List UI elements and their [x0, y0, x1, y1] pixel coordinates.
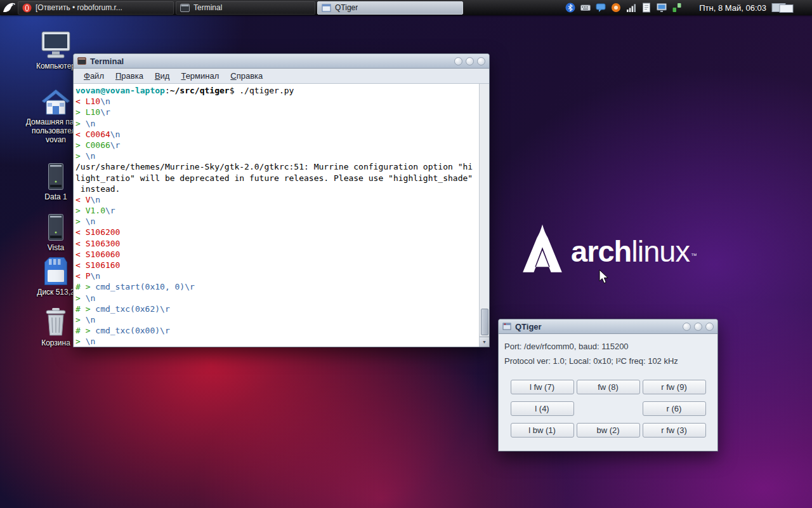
terminal-menubar: ФайлПравкаВидТерминалСправка: [74, 69, 489, 84]
terminal-line: > \n: [75, 216, 479, 227]
opera-icon: [22, 3, 32, 13]
terminal-line: < S106300: [75, 238, 479, 249]
window-controls: [683, 323, 714, 331]
arch-trademark: ™: [691, 253, 697, 259]
maximize-button[interactable]: [694, 323, 702, 331]
qtiger-window-icon: [502, 322, 511, 331]
bird-logo-icon[interactable]: [0, 0, 18, 15]
bluetooth-icon[interactable]: [565, 3, 575, 13]
scroll-down-button[interactable]: ▼: [480, 337, 489, 347]
menubar-item-3[interactable]: Вид: [150, 70, 175, 82]
menubar-item-2[interactable]: Правка: [110, 70, 148, 82]
arch-logo-text: archlinux™: [571, 236, 697, 266]
workspace-switcher-icon[interactable]: [771, 2, 794, 16]
qtiger-titlebar[interactable]: QTiger: [499, 319, 717, 334]
menubar-item-5[interactable]: Справка: [225, 70, 268, 82]
notifier-icon[interactable]: [611, 3, 621, 13]
task-label: QTiger: [335, 3, 358, 12]
terminal-line: # > cmd_txc(0x00)\r: [75, 325, 479, 336]
qtiger-button-bw-2[interactable]: bw (2): [577, 423, 640, 438]
terminal-line: > V1.0\r: [75, 205, 479, 216]
qtiger-button-fw-8[interactable]: fw (8): [577, 380, 640, 394]
terminal-line: # > cmd_start(0x10, 0)\r: [75, 281, 479, 292]
network-icon[interactable]: [672, 3, 682, 13]
terminal-app-icon: [180, 3, 190, 13]
terminal-line: < V\n: [75, 194, 479, 205]
taskbar-button-2[interactable]: Terminal: [176, 1, 315, 15]
terminal-line: > L10\r: [75, 107, 479, 117]
maximize-button[interactable]: [466, 57, 474, 65]
system-tray: [565, 0, 682, 15]
taskbar-button-3[interactable]: QTiger: [317, 1, 463, 15]
qtiger-app-icon: [322, 3, 331, 13]
terminal-line: /usr/share/themes/Murrine-Sky/gtk-2.0/gt…: [75, 161, 479, 172]
keyboard-icon[interactable]: [580, 3, 591, 13]
direction-button-grid: l fw (7)fw (8)r fw (9)l (4)r (6)l bw (1)…: [511, 380, 706, 438]
terminal-line: < S106060: [75, 249, 479, 260]
terminal-line: # > cmd_txc(0x62)\r: [75, 304, 479, 314]
qtiger-button-l-fw-7[interactable]: l fw (7): [511, 380, 574, 394]
terminal-line: instead.: [75, 184, 479, 194]
qtiger-button-l-4[interactable]: l (4): [511, 401, 574, 416]
minimize-button[interactable]: [683, 323, 691, 331]
qtiger-button-r-fw-9[interactable]: r fw (9): [643, 380, 706, 394]
port-info: Port: /dev/rfcomm0, baud: 115200: [504, 342, 717, 351]
menubar-item-1[interactable]: Файл: [79, 70, 109, 82]
close-button[interactable]: [705, 323, 714, 331]
arch-logo-icon: [519, 224, 566, 278]
terminal-line: > C0066\r: [75, 140, 479, 150]
mouse-cursor-icon: [599, 269, 610, 288]
terminal-title: Terminal: [90, 57, 124, 66]
minimize-button[interactable]: [454, 57, 462, 65]
empty-grid-cell: [577, 401, 640, 416]
taskbar: [Ответить • roboforum.r...TerminalQTiger: [18, 0, 463, 15]
terminal-window: Terminal ФайлПравкаВидТерминалСправка vo…: [73, 53, 490, 347]
top-panel: [Ответить • roboforum.r...TerminalQTiger…: [0, 0, 812, 15]
terminal-line: > \n: [75, 293, 479, 304]
window-controls: [454, 57, 485, 65]
close-button[interactable]: [477, 57, 485, 65]
menubar-item-4[interactable]: Терминал: [176, 70, 224, 82]
terminal-titlebar[interactable]: Terminal: [74, 54, 489, 69]
arch-text-light: linux: [631, 236, 690, 266]
task-label: Terminal: [193, 3, 222, 12]
terminal-line: < L10\n: [75, 96, 479, 107]
terminal-line: > \n: [75, 314, 479, 325]
terminal-line: light_ratio" will be deprecated in futur…: [75, 173, 479, 184]
qtiger-button-l-bw-1[interactable]: l bw (1): [511, 423, 574, 438]
taskbar-button-1[interactable]: [Ответить • roboforum.r...: [18, 1, 174, 15]
qtiger-content: Port: /dev/rfcomm0, baud: 115200 Protoco…: [499, 334, 717, 451]
terminal-line: < S106200: [75, 227, 479, 237]
terminal-line: > \n: [75, 150, 479, 161]
clipboard-icon[interactable]: [641, 3, 652, 13]
terminal-line: vovan@vovan-laptop:~/src/qtiger$ ./qtige…: [75, 85, 479, 96]
display-icon[interactable]: [657, 3, 667, 13]
task-label: [Ответить • roboforum.r...: [36, 3, 122, 12]
scrollbar-thumb[interactable]: [481, 309, 488, 335]
signal-strength-icon[interactable]: [626, 3, 636, 13]
terminal-line: < S106160: [75, 260, 479, 271]
qtiger-button-r-fw-3[interactable]: r fw (3): [643, 423, 706, 438]
qtiger-window: QTiger Port: /dev/rfcomm0, baud: 115200 …: [498, 319, 718, 451]
terminal-line: > \n: [75, 336, 479, 347]
chat-icon[interactable]: [596, 3, 606, 13]
qtiger-button-r-6[interactable]: r (6): [643, 401, 706, 416]
terminal-scrollbar[interactable]: ▼: [479, 84, 489, 347]
terminal-line: < C0064\n: [75, 129, 479, 140]
arch-text-bold: arch: [571, 236, 631, 266]
terminal-window-icon: [77, 57, 86, 65]
terminal-text: vovan@vovan-laptop:~/src/qtiger$ ./qtige…: [75, 85, 479, 347]
terminal-line: < P\n: [75, 271, 479, 281]
qtiger-title: QTiger: [515, 322, 542, 331]
protocol-info: Protocol ver: 1.0; Local: 0x10; I²C freq…: [504, 356, 717, 366]
terminal-content[interactable]: vovan@vovan-laptop:~/src/qtiger$ ./qtige…: [74, 84, 489, 347]
clock[interactable]: Птн, 8 Май, 06:03: [699, 0, 766, 15]
terminal-line: > \n: [75, 118, 479, 129]
